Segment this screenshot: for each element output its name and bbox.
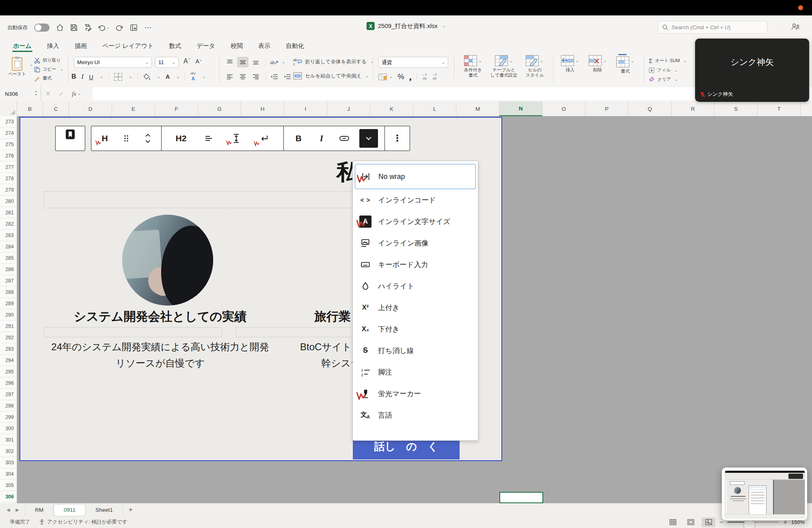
format-painter-button[interactable]: 書式	[34, 74, 63, 83]
align-bottom-button[interactable]	[250, 57, 261, 67]
sheet-nav-prev-icon[interactable]: ◀	[6, 507, 10, 513]
row-header-299[interactable]: 299	[0, 412, 17, 423]
cancel-entry-button[interactable]: ✕	[45, 90, 51, 97]
row-header-297[interactable]: 297	[0, 389, 17, 400]
ribbon-tab-データ[interactable]: データ	[196, 42, 216, 54]
name-box-spinner[interactable]: ▲▼	[35, 89, 37, 97]
presence-share-icon[interactable]	[791, 23, 800, 31]
home-icon[interactable]	[56, 24, 64, 31]
chevron-down-icon[interactable]: ⌄	[176, 75, 179, 79]
row-header-280[interactable]: 280	[0, 196, 17, 207]
decrease-indent-button[interactable]	[270, 74, 278, 80]
menu-item-marker[interactable]: 蛍光マーカー	[353, 383, 478, 404]
row-header-293[interactable]: 293	[0, 343, 17, 355]
row-header-288[interactable]: 288	[0, 287, 17, 298]
add-sheet-button[interactable]: +	[129, 506, 133, 514]
row-header-281[interactable]: 281	[0, 207, 17, 218]
drag-handle-icon[interactable]	[118, 130, 134, 147]
fill-button[interactable]: フィル⌄	[649, 65, 687, 75]
row-header-302[interactable]: 302	[0, 446, 17, 457]
ribbon-tab-表示[interactable]: 表示	[257, 42, 271, 54]
bold-button[interactable]: B	[71, 73, 76, 80]
sheet-tab-0911[interactable]: 0911	[54, 504, 86, 516]
redo-button[interactable]	[116, 24, 123, 31]
menu-item-inline-font-size[interactable]: Aインライン文字サイズ	[353, 211, 478, 232]
options-icon[interactable]: ⋮	[389, 130, 406, 147]
chevron-down-icon[interactable]: ⌄	[202, 75, 205, 79]
comma-style-button[interactable]: ,	[409, 73, 412, 80]
ribbon-tab-校閲[interactable]: 校閲	[230, 42, 244, 54]
decrease-decimal-button[interactable]: →0.00	[432, 73, 436, 80]
more-formatting-dropdown-button[interactable]	[359, 129, 378, 148]
increase-decimal-button[interactable]: ←0.00	[422, 73, 427, 80]
row-header-303[interactable]: 303	[0, 457, 17, 468]
conditional-formatting-button[interactable]: ⌄ 条件付き 書式	[458, 55, 488, 78]
clear-button[interactable]: クリア⌄	[649, 75, 687, 84]
row-header-305[interactable]: 305	[0, 480, 17, 491]
font-color-button[interactable]: A	[166, 73, 170, 80]
row-header-304[interactable]: 304	[0, 468, 17, 480]
row-header-283[interactable]: 283	[0, 230, 17, 241]
align-top-button[interactable]	[224, 57, 235, 67]
line-break-icon[interactable]	[256, 130, 272, 147]
column-header-O[interactable]: O	[542, 101, 585, 116]
italic-button[interactable]: I	[82, 73, 84, 80]
save-as-icon[interactable]	[84, 24, 91, 31]
format-cells-button[interactable]: ⌄ 書式	[612, 55, 638, 74]
row-header-290[interactable]: 290	[0, 309, 17, 321]
sheet-nav-next-icon[interactable]: ▶	[15, 507, 19, 513]
increase-indent-button[interactable]	[283, 74, 291, 80]
align-left-button[interactable]	[224, 71, 235, 82]
autosave-toggle[interactable]	[34, 24, 50, 32]
sheet-tab-Sheet1[interactable]: Sheet1	[86, 503, 123, 516]
shrink-font-button[interactable]: A⌄	[195, 58, 202, 65]
chevron-down-icon[interactable]: ⌄	[100, 75, 103, 79]
column-header-I[interactable]: I	[284, 101, 327, 116]
grow-font-button[interactable]: A⌃	[184, 58, 190, 65]
zoom-slider-thumb[interactable]	[743, 519, 755, 528]
page-layout-view-button[interactable]	[684, 517, 698, 527]
merge-center-button[interactable]: セルを結合して中央揃え⌄	[293, 72, 369, 80]
normal-view-button[interactable]	[666, 517, 680, 527]
paste-button[interactable]: ペースト	[6, 55, 28, 77]
insert-cells-button[interactable]: ⌄ 挿入	[557, 55, 583, 73]
column-header-F[interactable]: F	[155, 101, 198, 116]
row-header-286[interactable]: 286	[0, 264, 17, 275]
align-middle-button[interactable]	[237, 57, 248, 67]
pip-preview-window[interactable]	[722, 468, 807, 520]
row-header-284[interactable]: 284	[0, 241, 17, 252]
row-header-294[interactable]: 294	[0, 355, 17, 366]
row-header-298[interactable]: 298	[0, 400, 17, 412]
accessibility-status[interactable]: アクセシビリティ: 検討が必要です	[39, 519, 127, 526]
fill-color-button[interactable]	[143, 73, 151, 80]
ribbon-tab-描画[interactable]: 描画	[74, 42, 88, 54]
page-break-view-button[interactable]	[702, 517, 715, 527]
align-center-button[interactable]	[237, 71, 248, 82]
more-commands-button[interactable]: ⋯	[144, 23, 151, 32]
empty-block-placeholder[interactable]	[43, 327, 222, 337]
column-header-K[interactable]: K	[370, 101, 413, 116]
confirm-entry-button[interactable]: ✓	[59, 90, 64, 97]
row-header-273[interactable]: 273	[0, 116, 17, 127]
cut-button[interactable]: 切り取り	[34, 56, 63, 65]
row-header-278[interactable]: 278	[0, 173, 17, 184]
search-input[interactable]: Search (Cmd + Ctrl + U)	[658, 21, 767, 34]
row-header-287[interactable]: 287	[0, 275, 17, 287]
ribbon-tab-ページ レイアウト[interactable]: ページ レイアウト	[102, 42, 155, 54]
empty-block-placeholder[interactable]	[43, 191, 353, 208]
italic-button[interactable]: I	[313, 130, 330, 147]
menu-item-keyboard[interactable]: キーボード入力	[353, 254, 478, 275]
row-header-296[interactable]: 296	[0, 377, 17, 389]
copy-button[interactable]: コピー⌄	[34, 65, 63, 74]
font-size-select[interactable]: 11⌄	[155, 57, 179, 68]
menu-item-superscript[interactable]: X²上付き	[353, 297, 478, 318]
row-header-306[interactable]: 306	[0, 491, 17, 502]
menu-item-highlight[interactable]: ハイライト	[353, 275, 478, 297]
line-height-icon[interactable]	[228, 130, 244, 147]
ribbon-tab-ホーム[interactable]: ホーム	[12, 42, 32, 54]
menu-item-strikethrough[interactable]: S打ち消し線	[353, 340, 478, 361]
row-header-300[interactable]: 300	[0, 423, 17, 434]
save-icon[interactable]	[70, 24, 78, 31]
row-header-279[interactable]: 279	[0, 184, 17, 196]
delete-cells-button[interactable]: ✕⌄ 削除	[585, 55, 611, 73]
